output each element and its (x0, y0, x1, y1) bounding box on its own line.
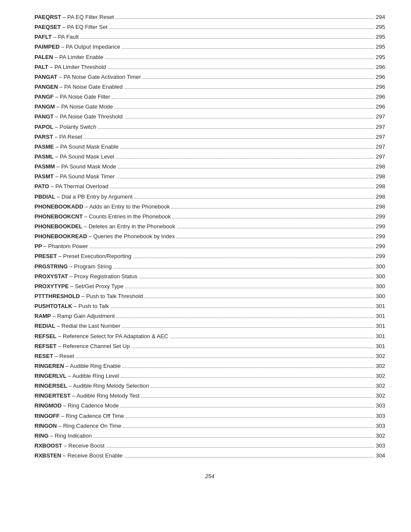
toc-page: 298 (376, 182, 385, 191)
toc-term: RXBOOST (34, 442, 62, 449)
toc-page: 302 (376, 382, 385, 390)
toc-item: PANGAT – PA Noise Gate Activation Timer2… (34, 73, 385, 81)
toc-dots (90, 248, 374, 248)
toc-label: PASME – PA Sound Mask Enable (34, 143, 118, 151)
toc-item: RINGON – Ring Cadence On Time303 (34, 422, 385, 430)
toc-term: REFSET (34, 343, 56, 349)
toc-dots (123, 427, 374, 428)
toc-item: PANGT – PA Noise Gate Threshold297 (34, 112, 385, 121)
toc-term: PAFLT (34, 34, 52, 40)
toc-item: REFSET – Reference Channel Set Up301 (34, 342, 385, 351)
toc-item: RESET – Reset302 (34, 352, 385, 361)
toc-label: RINGOFF – Ring Cadence Off Time (34, 412, 124, 420)
toc-page: 300 (376, 272, 385, 281)
toc-page: 302 (376, 352, 385, 361)
toc-item: PANGEN – PA Noise Gate Enabled296 (34, 83, 385, 91)
toc-dots (112, 98, 374, 99)
toc-term: PANGAT (34, 74, 57, 80)
toc-dots (111, 308, 374, 308)
toc-item: PP – Phantom Power299 (34, 242, 385, 251)
toc-dots (115, 19, 374, 19)
toc-label: PANGF – PA Noise Gate Filter (34, 93, 110, 101)
toc-item: PAEQSET – PA EQ Filter Set295 (34, 23, 385, 31)
toc-term: RESET (34, 353, 53, 359)
toc-label: PROXYTYPE – Set/Get Proxy Type (34, 282, 123, 291)
toc-label: PROXYSTAT – Proxy Registration Status (34, 272, 137, 281)
toc-term: PUSHTOTALK (34, 303, 72, 309)
toc-item: RXBSTEN – Receive Boost Enable304 (34, 451, 385, 460)
toc-term: RINGOFF (34, 413, 60, 419)
toc-page: 303 (376, 422, 385, 430)
toc-item: PANGM – PA Noise Gate Mode296 (34, 103, 385, 111)
toc-dots (121, 407, 374, 408)
toc-item: RINGERSEL – Audible Ring Melody Selectio… (34, 382, 385, 390)
toc-label: PANGM – PA Noise Gate Mode (34, 103, 113, 111)
toc-dots (171, 208, 374, 208)
toc-term: PARST (34, 134, 53, 140)
toc-page: 297 (376, 143, 385, 151)
toc-item: RINGOFF – Ring Cadence Off Time303 (34, 412, 385, 420)
toc-dots (134, 198, 374, 199)
toc-dots (172, 218, 374, 218)
toc-label: PRESET – Preset Execution/Reporting (34, 252, 131, 261)
toc-label: PASMM – PA Sound Mask Mode (34, 162, 116, 171)
toc-item: RING – Ring Indication302 (34, 432, 385, 440)
toc-label: PANGEN – PA Noise Gate Enabled (34, 83, 123, 91)
toc-item: PARST – PA Reset297 (34, 133, 385, 141)
toc-term: PAIMPED (34, 44, 59, 50)
toc-term: RXBSTEN (34, 452, 61, 459)
toc-label: RINGERLVL – Audible Ring Level (34, 372, 119, 380)
toc-term: PALEN (34, 54, 53, 60)
toc-page: 299 (376, 252, 385, 261)
toc-dots (116, 158, 374, 159)
toc-item: PTTTHRESHOLD – Push to Talk Threshold300 (34, 292, 385, 301)
toc-item: RINGERTEST – Audible Ring Melody Test302 (34, 392, 385, 400)
toc-list: PAEQRST – PA EQ Filter Reset294PAEQSET –… (34, 13, 385, 460)
toc-term: PHONEBOOKCNT (34, 213, 83, 220)
toc-label: RXBSTEN – Receive Boost Enable (34, 451, 123, 460)
toc-item: PAEQRST – PA EQ Filter Reset294 (34, 13, 385, 22)
toc-label: RESET – Reset (34, 352, 74, 361)
toc-item: PBDIAL – Dial a PB Entry by Argument298 (34, 193, 385, 201)
toc-dots (109, 28, 374, 29)
toc-label: RING – Ring Indication (34, 432, 92, 440)
toc-item: PAFLT – PA Fault295 (34, 33, 385, 41)
toc-label: REFSEL – Reference Select for PA Adaptat… (34, 332, 168, 341)
toc-page: 300 (376, 282, 385, 291)
toc-dots (106, 447, 374, 448)
toc-label: PBDIAL – Dial a PB Entry by Argument (34, 193, 133, 201)
toc-dots (110, 188, 374, 188)
toc-term: PHONEBOOKDEL (34, 223, 82, 230)
toc-term: PASML (34, 153, 54, 160)
toc-page: 296 (376, 93, 385, 101)
toc-item: PALEN – PA Limiter Enable295 (34, 53, 385, 62)
toc-term: RINGMOD (34, 402, 62, 409)
toc-page: 295 (376, 33, 385, 41)
toc-page: 299 (376, 222, 385, 231)
toc-page: 295 (376, 53, 385, 62)
toc-term: PANGT (34, 113, 54, 120)
toc-page: 298 (376, 162, 385, 171)
toc-item: PRGSTRING – Program String300 (34, 262, 385, 271)
toc-page: 296 (376, 63, 385, 72)
toc-dots (122, 327, 374, 328)
toc-term: PASME (34, 143, 54, 150)
toc-term: PAEQRST (34, 14, 61, 20)
toc-page: 298 (376, 193, 385, 201)
toc-page: 302 (376, 432, 385, 440)
toc-item: PALT – PA Limiter Threshold296 (34, 63, 385, 72)
toc-dots (120, 148, 374, 149)
page-number: 254 (34, 473, 385, 479)
toc-dots (131, 348, 374, 348)
toc-label: PAIMPED – PA Output Impedance (34, 43, 120, 51)
toc-page: 301 (376, 302, 385, 311)
toc-page: 303 (376, 401, 385, 410)
toc-page: 298 (376, 172, 385, 181)
toc-term: RINGON (34, 423, 57, 429)
toc-item: PASMT – PA Sound Mask Timer298 (34, 172, 385, 181)
toc-label: PATO – PA Thermal Overload (34, 182, 108, 191)
toc-page: 299 (376, 232, 385, 241)
toc-dots (81, 38, 374, 39)
toc-dots (177, 238, 374, 238)
toc-label: PHONEBOOKADD – Adds an Entry to the Phon… (34, 202, 170, 211)
